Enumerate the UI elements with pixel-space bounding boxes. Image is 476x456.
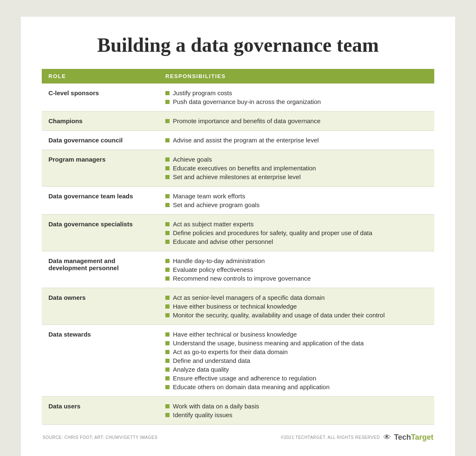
responsibility-item: Educate executives on benefits and imple… [165,165,428,172]
bullet-icon [165,166,170,170]
role-column-header: ROLE [42,69,159,84]
responsibility-text: Push data governance buy-in across the o… [173,98,321,105]
responsibility-item: Act as subject matter experts [165,220,428,228]
responsibilities-cell: Promote importance and benefits of data … [159,111,434,131]
role-cell: Data owners [42,288,159,325]
table-row: Data governance councilAdvise and assist… [42,131,434,150]
bullet-icon [165,119,170,123]
bullet-icon [165,268,170,272]
responsibility-item: Educate others on domain data meaning an… [165,383,428,390]
responsibility-text: Act as go-to experts for their data doma… [173,348,288,355]
bullet-icon [165,404,170,408]
responsibility-item: Evaluate policy effectiveness [165,266,428,273]
bullet-icon [165,222,170,226]
responsibility-text: Recommend new controls to improve govern… [173,275,311,282]
responsibility-item: Recommend new controls to improve govern… [165,275,428,282]
table-row: Data ownersAct as senior-level managers … [42,288,434,325]
responsibility-text: Work with data on a daily basis [173,403,259,410]
responsibility-item: Handle day-to-day administration [165,257,428,264]
bullet-icon [165,157,170,162]
responsibility-text: Act as senior-level managers of a specif… [173,294,325,301]
bullet-icon [165,350,170,354]
responsibility-text: Handle day-to-day administration [173,257,265,264]
bullet-icon [165,100,170,104]
responsibility-text: Educate others on domain data meaning an… [173,383,329,390]
responsibility-item: Monitor the security, quality, availabil… [165,312,428,319]
footer-source: SOURCE: CHRIS FOOT; ART: CHUWV/GETTY IMA… [43,435,157,440]
bullet-icon [165,240,170,244]
responsibility-text: Have either technical or business knowle… [173,331,297,338]
responsibility-item: Act as senior-level managers of a specif… [165,294,428,301]
responsibility-text: Have either business or technical knowle… [173,303,297,310]
responsibility-item: Advise and assist the program at the ent… [165,137,428,144]
responsibilities-cell: Advise and assist the program at the ent… [159,131,434,150]
bullet-icon [165,341,170,345]
responsibility-text: Manage team work efforts [173,193,245,200]
role-cell: Data governance specialists [42,215,159,251]
responsibility-item: Set and achieve program goals [165,201,428,208]
responsibility-item: Justify program costs [165,89,428,96]
bullet-icon [165,332,170,337]
bullet-icon [165,231,170,235]
responsibility-item: Achieve goals [165,156,428,163]
responsibility-text: Set and achieve program goals [173,201,260,208]
bullet-icon [165,138,170,142]
responsibility-text: Act as subject matter experts [173,220,253,228]
responsibility-text: Achieve goals [173,156,212,163]
governance-table: ROLE RESPONSIBILITIES C-level sponsorsJu… [42,69,434,425]
main-card: Building a data governance team ROLE RES… [21,17,455,456]
responsibility-item: Work with data on a daily basis [165,403,428,410]
responsibilities-cell: Work with data on a daily basisIdentify … [159,397,434,425]
responsibility-text: Justify program costs [173,89,232,96]
responsibility-text: Advise and assist the program at the ent… [173,137,319,144]
responsibility-item: Set and achieve milestones at enterprise… [165,173,428,180]
bullet-icon [165,304,170,309]
responsibility-item: Have either technical or business knowle… [165,331,428,338]
responsibility-text: Set and achieve milestones at enterprise… [173,173,301,180]
responsibilities-cell: Act as subject matter expertsDefine poli… [159,215,434,251]
bullet-icon [165,296,170,300]
role-cell: C-level sponsors [42,84,159,111]
table-row: Data usersWork with data on a daily basi… [42,397,434,425]
footer: SOURCE: CHRIS FOOT; ART: CHUWV/GETTY IMA… [42,433,434,442]
bullet-icon [165,367,170,372]
responsibilities-cell: Act as senior-level managers of a specif… [159,288,434,325]
bullet-icon [165,376,170,380]
responsibilities-cell: Achieve goalsEducate executives on benef… [159,150,434,187]
table-row: ChampionsPromote importance and benefits… [42,111,434,131]
bullet-icon [165,385,170,389]
role-cell: Data governance council [42,131,159,150]
bullet-icon [165,359,170,363]
responsibility-item: Have either business or technical knowle… [165,303,428,310]
table-row: C-level sponsorsJustify program costsPus… [42,84,434,111]
techtarget-logo: TechTarget [394,433,433,442]
responsibility-item: Act as go-to experts for their data doma… [165,348,428,355]
bullet-icon [165,413,170,417]
responsibilities-cell: Have either technical or business knowle… [159,325,434,397]
responsibility-text: Define policies and procedures for safet… [173,229,372,236]
footer-brand-area: ©2021 TECHTARGET. ALL RIGHTS RESERVED 👁 … [281,433,433,442]
responsibilities-column-header: RESPONSIBILITIES [159,69,434,84]
responsibility-item: Define and understand data [165,357,428,364]
table-row: Program managersAchieve goalsEducate exe… [42,150,434,187]
table-header-row: ROLE RESPONSIBILITIES [42,69,434,84]
table-row: Data management and development personne… [42,251,434,288]
bullet-icon [165,194,170,198]
responsibility-text: Promote importance and benefits of data … [173,117,321,124]
table-row: Data governance team leadsManage team wo… [42,187,434,215]
responsibility-text: Educate executives on benefits and imple… [173,165,316,172]
role-cell: Data stewards [42,325,159,397]
role-cell: Data governance team leads [42,187,159,215]
responsibility-text: Evaluate policy effectiveness [173,266,253,273]
responsibility-item: Analyze data quality [165,366,428,373]
responsibility-item: Manage team work efforts [165,193,428,200]
bullet-icon [165,259,170,263]
footer-copyright: ©2021 TECHTARGET. ALL RIGHTS RESERVED [281,435,380,440]
responsibility-item: Promote importance and benefits of data … [165,117,428,124]
role-cell: Champions [42,111,159,131]
responsibility-text: Define and understand data [173,357,250,364]
page-title: Building a data governance team [42,33,434,56]
responsibility-text: Understand the usage, business meaning a… [173,339,364,347]
bullet-icon [165,276,170,281]
bullet-icon [165,313,170,317]
